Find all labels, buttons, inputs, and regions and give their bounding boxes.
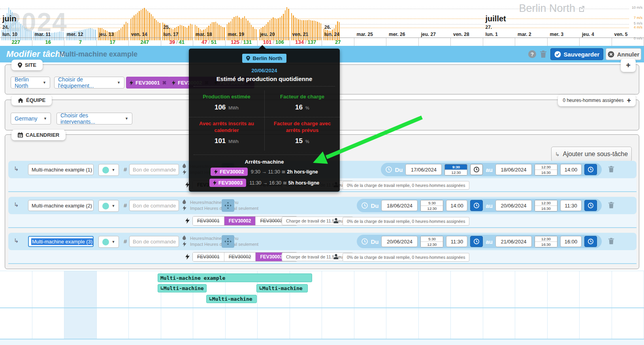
delete-subtask-icon[interactable] — [608, 238, 614, 245]
save-button[interactable]: Sauvegarder — [550, 48, 603, 60]
add-equipment-button[interactable]: + — [621, 58, 636, 72]
delete-subtask-icon[interactable] — [608, 202, 614, 209]
machine-option[interactable]: FEV30001 — [193, 217, 224, 225]
gantt-subtask-bar[interactable]: ↳Multi-machine — [158, 284, 207, 292]
time-picker-button[interactable] — [470, 200, 483, 211]
color-select[interactable]: ▼ — [98, 164, 119, 176]
time-option[interactable]: 5:30 — [421, 236, 443, 241]
date-input[interactable]: 20/06/2024 — [381, 236, 418, 247]
delete-subtask-icon[interactable] — [608, 166, 614, 173]
time-option[interactable]: 16:30 — [535, 205, 557, 211]
team-select[interactable]: Germany▼ — [11, 113, 51, 124]
color-select[interactable]: ▼ — [98, 236, 119, 248]
time-picker-button[interactable] — [470, 164, 483, 175]
gantt-subtask-bar[interactable]: ↳Multi-machine — [206, 295, 257, 303]
time-input[interactable]: 11:30 — [446, 236, 467, 247]
site-select[interactable]: Berlin North▼ — [11, 77, 50, 89]
po-placeholder: Bon de commande — [133, 167, 176, 173]
task-editor-app: 2024 juinjuillet24.25.26.27.lun. 10mar. … — [0, 0, 644, 345]
external-link-icon[interactable] — [578, 6, 585, 12]
suggested-times[interactable]: 5:3012:30 — [420, 200, 443, 211]
equipment-tag[interactable]: FEV30001✖ — [126, 77, 170, 89]
wind-bar — [286, 7, 287, 40]
machine-outage-row: FEV300029:30 → 11:30 ≅ 2h hors-ligne — [189, 168, 340, 176]
time-option[interactable]: 12:30 — [535, 164, 557, 170]
day-label: mar. 11 — [35, 32, 51, 37]
machine-option[interactable]: FEV30002 — [224, 253, 256, 261]
day-label: mar. 25 — [357, 32, 373, 37]
delete-task-icon[interactable] — [540, 50, 547, 58]
subtask-name-input[interactable]: Multi-machine example (1) — [28, 164, 94, 175]
date-input[interactable]: 18/06/2024 — [381, 200, 418, 211]
bolt-icon — [185, 218, 190, 224]
wind-bar — [276, 19, 277, 40]
purchase-order-input[interactable]: Bon de commande — [129, 236, 179, 247]
workers-select[interactable]: Choisir des intervenants...▼ — [56, 113, 132, 124]
remove-tag-icon[interactable]: ✖ — [162, 80, 166, 86]
reschedule-button[interactable] — [222, 199, 234, 212]
date-range-group: Du18/06/20245:3012:3014:00au20/06/202412… — [357, 199, 602, 212]
time-picker-button[interactable] — [584, 200, 597, 211]
day-label: ven. 14 — [131, 32, 147, 37]
suggested-times[interactable]: 12:3016:30 — [535, 164, 557, 175]
daily-production-value: 101/106 — [258, 38, 290, 46]
color-swatch — [102, 167, 109, 173]
time-option[interactable]: 16:30 — [535, 170, 557, 175]
site-tab-label: SITE — [25, 62, 36, 68]
subtask-indent-icon: ↳ — [14, 237, 19, 244]
add-subtask-button[interactable]: ↳ Ajouter une sous-tâche — [551, 147, 632, 162]
time-option[interactable]: 5:30 — [421, 200, 443, 205]
tooltip-arrow — [258, 45, 266, 49]
production-estimate-tooltip: Berlin North 20/06/2024 Estimé de produc… — [189, 49, 340, 192]
reschedule-button[interactable] — [222, 235, 234, 248]
time-input[interactable]: 14:00 — [560, 164, 582, 175]
time-option[interactable]: 9:30 — [445, 164, 467, 170]
color-select[interactable]: ▼ — [98, 200, 119, 212]
suggested-times[interactable]: 9:3012:30 — [444, 164, 467, 175]
assigned-manhours-badge[interactable]: 0 heures-hommes assignées + — [558, 94, 636, 106]
equipment-select[interactable]: Choisir de l'équipement...▼ — [54, 77, 124, 89]
po-number-hash: # — [124, 238, 127, 245]
suggested-times[interactable]: 12:3016:30 — [535, 236, 557, 247]
purchase-order-input[interactable]: Bon de commande — [129, 200, 179, 211]
date-input[interactable]: 18/06/2024 — [495, 164, 532, 175]
suggested-times[interactable]: 12:3016:30 — [535, 200, 557, 211]
machine-hours-icon — [182, 163, 186, 169]
task-name-title: Multi-machine example — [59, 50, 137, 58]
date-input[interactable]: 17/06/2024 — [405, 164, 442, 175]
subtask-name-input[interactable]: Multi-machine example (3) — [28, 236, 94, 247]
time-option[interactable]: 12:30 — [421, 205, 443, 211]
time-picker-button[interactable] — [470, 236, 483, 247]
time-option[interactable]: 16:30 — [535, 241, 557, 247]
chevron-down-icon: ▼ — [117, 81, 121, 85]
machine-option[interactable]: FEV30002 — [224, 217, 256, 225]
time-picker-button[interactable] — [584, 164, 597, 175]
time-input[interactable]: 16:00 — [560, 236, 582, 247]
time-option[interactable]: 12:30 — [535, 236, 557, 241]
day-label: jeu. 27 — [421, 32, 436, 37]
wind-bar — [283, 14, 284, 40]
time-option[interactable]: 12:30 — [535, 200, 557, 205]
time-picker-button[interactable] — [584, 236, 597, 247]
purchase-order-input[interactable]: Bon de commande — [129, 164, 179, 175]
time-input[interactable]: 11:30 — [560, 200, 582, 211]
time-option[interactable]: 12:30 — [421, 241, 443, 247]
time-option[interactable]: 12:30 — [445, 170, 467, 175]
task-block: ↳Multi-machine example (2)▼#Bon de comma… — [8, 197, 636, 228]
wind-gridline — [0, 19, 629, 19]
help-icon[interactable]: ? — [528, 50, 536, 58]
gantt-task-bar[interactable]: Multi-machine example — [158, 273, 312, 282]
wind-axis-label: 0 m/s — [634, 36, 642, 40]
gantt-subtask-bar[interactable]: ↳Multi-machine — [256, 284, 308, 292]
date-input[interactable]: 20/06/2024 — [495, 200, 532, 211]
time-input[interactable]: 14:00 — [446, 200, 467, 211]
tooltip-title: Estimé de production quotidienne — [189, 75, 340, 82]
subtask-name-input[interactable]: Multi-machine example (2) — [28, 200, 94, 211]
day-label: mar. 18 — [196, 32, 212, 37]
machine-option[interactable]: FEV30001 — [193, 253, 224, 261]
suggested-times[interactable]: 5:3012:30 — [420, 236, 443, 247]
equipment-tag-label: FEV30001 — [136, 80, 160, 86]
tooltip-metric-unit: MWh — [227, 106, 239, 110]
day-label: lun. 17 — [164, 32, 179, 37]
date-input[interactable]: 21/06/2024 — [495, 236, 532, 247]
